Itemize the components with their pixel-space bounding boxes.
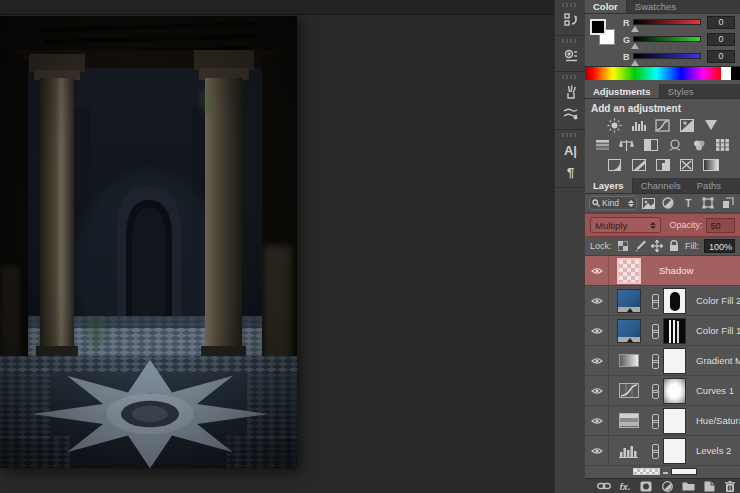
lock-transparency-icon[interactable] [617,240,629,252]
layer-mask-thumbnail[interactable] [663,348,686,374]
invert-icon[interactable] [605,158,624,173]
layer-row-hue-saturation-1[interactable]: Hue/Saturation 1 [585,406,740,436]
green-slider[interactable] [633,36,701,42]
dock-grip[interactable] [562,75,578,79]
document-canvas-image[interactable] [0,16,297,468]
threshold-icon[interactable] [653,158,672,173]
blend-mode-dropdown[interactable]: Multiply [590,217,661,233]
levels-thumbnail[interactable] [619,444,639,458]
color-lookup-icon[interactable] [713,138,732,153]
posterize-icon[interactable] [629,158,648,173]
type-layers-filter-icon[interactable]: T [680,197,696,210]
foreground-color-swatch[interactable] [590,19,606,35]
color-fill-thumbnail[interactable] [617,319,641,343]
layer-mask-link-icon[interactable] [651,354,659,368]
fill-value-field[interactable]: 100% [704,239,735,253]
layer-mask-link-icon[interactable] [651,324,659,338]
layer-mask-thumbnail[interactable] [663,438,686,464]
filter-kind-dropdown[interactable]: Kind [589,196,637,210]
visibility-eye-icon[interactable] [585,376,609,405]
layer-mask-link-icon[interactable] [651,294,659,308]
clone-source-panel-icon[interactable] [555,45,586,67]
adjustment-layers-filter-icon[interactable] [661,197,677,210]
visibility-eye-icon[interactable] [585,346,609,375]
channel-mixer-icon[interactable] [689,138,708,153]
photo-filter-icon[interactable] [665,138,684,153]
green-value-field[interactable]: 0 [707,33,735,46]
hue-saturation-icon[interactable] [593,138,612,153]
tab-styles[interactable]: Styles [660,84,702,98]
layer-row-partial[interactable] [585,466,740,475]
black-white-icon[interactable] [641,138,660,153]
gradient-map-thumbnail[interactable] [619,354,639,367]
dock-grip[interactable] [562,133,578,137]
layer-mask-link-icon[interactable] [651,414,659,428]
layer-name[interactable]: Color Fill 1 [696,325,740,336]
tab-channels[interactable]: Channels [633,178,689,193]
pixel-layers-filter-icon[interactable] [641,197,657,210]
visibility-eye-icon[interactable] [585,406,609,435]
lock-all-icon[interactable] [668,240,680,252]
paragraph-panel-icon[interactable]: ¶ [555,161,586,183]
new-adjustment-layer-icon[interactable] [660,480,674,492]
exposure-icon[interactable] [677,118,696,133]
layer-row-color-fill-2[interactable]: Color Fill 2 [585,286,740,316]
layer-mask-thumbnail[interactable] [663,378,686,404]
lock-position-icon[interactable] [651,240,663,252]
add-layer-mask-icon[interactable] [639,480,653,492]
brush-presets-panel-icon[interactable] [555,81,586,103]
tab-layers[interactable]: Layers [585,178,633,193]
layer-row-color-fill-1[interactable]: Color Fill 1 [585,316,740,346]
new-layer-icon[interactable] [702,480,716,492]
red-value-field[interactable]: 0 [707,16,735,29]
layer-name[interactable]: Shadow [659,265,693,276]
tab-color[interactable]: Color [585,0,627,13]
shape-layers-filter-icon[interactable] [700,197,716,210]
red-slider-thumb[interactable] [631,26,639,32]
visibility-eye-icon[interactable] [585,316,609,345]
lock-pixels-icon[interactable] [634,240,646,252]
curves-thumbnail[interactable] [619,383,639,398]
smart-objects-filter-icon[interactable] [720,197,736,210]
shadow-layer-thumbnail[interactable] [617,258,641,284]
layer-name[interactable]: Gradient Map 1 [696,355,740,366]
delete-layer-icon[interactable] [723,480,737,492]
layer-name[interactable]: Hue/Saturation 1 [696,415,740,426]
tab-swatches[interactable]: Swatches [627,0,684,13]
link-layers-icon[interactable] [597,480,611,492]
character-panel-icon[interactable]: A| [555,139,586,161]
green-slider-thumb[interactable] [631,43,639,49]
layer-row-levels-2[interactable]: Levels 2 [585,436,740,466]
layer-name[interactable]: Curves 1 [696,385,734,396]
layer-mask-link-icon[interactable] [651,444,659,458]
selective-color-icon[interactable] [677,158,696,173]
layer-row-gradient-map-1[interactable]: Gradient Map 1 [585,346,740,376]
visibility-eye-icon[interactable] [585,286,609,315]
layer-row-curves-1[interactable]: Curves 1 [585,376,740,406]
hue-saturation-thumbnail[interactable] [619,413,639,428]
brush-panel-icon[interactable] [555,103,586,125]
levels-icon[interactable] [629,118,648,133]
dock-grip[interactable] [562,3,578,7]
gradient-map-icon[interactable] [701,158,720,173]
history-panel-icon[interactable] [555,9,586,31]
blue-value-field[interactable]: 0 [707,50,735,63]
visibility-eye-icon[interactable] [585,436,609,465]
color-spectrum-ramp[interactable] [585,66,740,80]
layer-mask-thumbnail[interactable] [663,288,686,314]
color-fill-thumbnail[interactable] [617,289,641,313]
new-group-icon[interactable] [681,480,695,492]
brightness-contrast-icon[interactable] [605,118,624,133]
layer-mask-thumbnail[interactable] [663,318,686,344]
blue-slider[interactable] [633,53,701,59]
curves-icon[interactable] [653,118,672,133]
vibrance-icon[interactable] [701,118,720,133]
layer-name[interactable]: Levels 2 [696,445,731,456]
tab-paths[interactable]: Paths [689,178,729,193]
opacity-value-field[interactable]: 50 [706,218,736,233]
layer-mask-thumbnail[interactable] [663,408,686,434]
layer-name[interactable]: Color Fill 2 [696,295,740,306]
color-balance-icon[interactable] [617,138,636,153]
tab-adjustments[interactable]: Adjustments [585,84,660,98]
visibility-eye-icon[interactable] [585,256,609,285]
